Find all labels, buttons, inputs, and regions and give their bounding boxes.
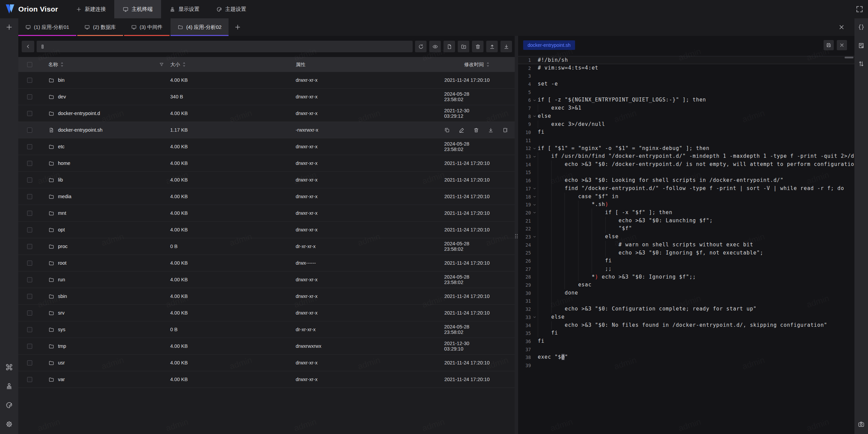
new-tab-button[interactable] bbox=[230, 18, 246, 36]
table-row[interactable]: docker-entrypoint.d4.00 KBdrwxr-xr-x2021… bbox=[18, 105, 515, 122]
filter-icon[interactable] bbox=[159, 62, 164, 67]
sort-icon[interactable] bbox=[60, 62, 64, 67]
row-checkbox[interactable] bbox=[27, 310, 32, 316]
row-delete-icon[interactable] bbox=[473, 127, 479, 133]
show-hidden-button[interactable] bbox=[429, 41, 441, 52]
fold-icon[interactable] bbox=[531, 235, 538, 239]
fold-icon[interactable] bbox=[531, 315, 538, 319]
table-row[interactable]: root4.00 KBdrwx------2021-11-24 17:20:10 bbox=[18, 255, 515, 271]
panel-swap-vertical-button[interactable] bbox=[855, 58, 867, 70]
row-checkbox[interactable] bbox=[27, 360, 32, 365]
row-checkbox[interactable] bbox=[27, 261, 32, 266]
tab-2[interactable]: (2) 数据库 bbox=[77, 18, 123, 36]
fold-icon[interactable] bbox=[531, 155, 538, 158]
table-row[interactable]: media4.00 KBdrwxr-xr-x2021-11-24 17:20:1… bbox=[18, 188, 515, 205]
file-manager-panel: 名称大小属性修改时间 bin4.00 KBdrwxr-xr-x2021-11-2… bbox=[18, 36, 515, 434]
editor-scrollbar-thumb[interactable] bbox=[845, 57, 853, 58]
fold-icon[interactable] bbox=[531, 147, 538, 150]
fold-icon[interactable] bbox=[531, 187, 538, 190]
close-view-icon[interactable] bbox=[838, 24, 845, 31]
row-checkbox[interactable] bbox=[27, 211, 32, 216]
tab-1[interactable]: (1) 应用-分析01 bbox=[18, 18, 76, 36]
fold-icon[interactable] bbox=[531, 114, 538, 118]
code-editor[interactable]: 1#!/bin/sh2# vim:sw=4:ts=4:et3 4set -e5 … bbox=[518, 54, 854, 434]
table-row[interactable]: sys0 Bdr-xr-xr-x2024-05-28 23:58:02 bbox=[18, 321, 515, 338]
table-row[interactable]: docker-entrypoint.sh1.17 KB-rwxrwxr-x bbox=[18, 122, 515, 138]
table-row[interactable]: proc0 Bdr-xr-xr-x2024-05-28 23:58:02 bbox=[18, 238, 515, 255]
table-row[interactable]: home4.00 KBdrwxr-xr-x2021-11-24 17:20:10 bbox=[18, 155, 515, 172]
row-checkbox[interactable] bbox=[27, 244, 32, 249]
panel-doc-bookmark-button[interactable] bbox=[855, 40, 867, 51]
panel-screenshot-button[interactable] bbox=[855, 418, 867, 430]
row-checkbox[interactable] bbox=[27, 128, 32, 133]
sidebar-settings-button[interactable] bbox=[3, 418, 15, 430]
sidebar-new-connection-button[interactable] bbox=[3, 21, 15, 33]
sidebar-theme-settings-button[interactable] bbox=[3, 399, 15, 411]
table-row[interactable]: opt4.00 KBdrwxr-xr-x2021-11-24 17:20:10 bbox=[18, 222, 515, 238]
table-row[interactable]: dev340 Bdrwxr-xr-x2024-05-28 23:58:02 bbox=[18, 89, 515, 105]
file-tag[interactable]: docker-entrypoint.sh bbox=[523, 40, 575, 50]
sort-icon[interactable] bbox=[486, 62, 490, 67]
path-input[interactable] bbox=[48, 44, 409, 49]
row-checkbox[interactable] bbox=[27, 194, 32, 199]
row-checkbox[interactable] bbox=[27, 94, 32, 99]
refresh-button[interactable] bbox=[415, 41, 427, 52]
new-folder-button[interactable] bbox=[458, 41, 469, 52]
save-button[interactable] bbox=[824, 40, 834, 50]
row-move-icon[interactable] bbox=[502, 127, 508, 133]
row-checkbox[interactable] bbox=[27, 277, 32, 282]
file-perms-cell: drwxr-xr-x bbox=[295, 360, 444, 365]
sidebar-command-button[interactable] bbox=[3, 361, 15, 373]
table-row[interactable]: run4.00 KBdrwxr-xr-x2024-05-28 23:58:02 bbox=[18, 271, 515, 288]
code-line-11: 11 bbox=[518, 136, 854, 145]
row-download-icon[interactable] bbox=[488, 127, 494, 133]
sort-icon[interactable] bbox=[182, 62, 186, 67]
close-editor-button[interactable] bbox=[837, 40, 847, 50]
download-button[interactable] bbox=[500, 41, 512, 52]
table-row[interactable]: tmp4.00 KBdrwxrwxrwx2021-12-30 03:29:10 bbox=[18, 338, 515, 355]
app-logo[interactable]: Orion Visor bbox=[0, 0, 67, 18]
select-all-checkbox[interactable] bbox=[27, 62, 32, 67]
table-row[interactable]: usr4.00 KBdrwxr-xr-x2021-11-24 17:20:10 bbox=[18, 355, 515, 371]
menu-item-3[interactable]: 显示设置 bbox=[161, 0, 208, 18]
table-row[interactable]: var4.00 KBdrwxr-xr-x2021-11-24 17:20:10 bbox=[18, 371, 515, 388]
row-checkbox[interactable] bbox=[27, 227, 32, 232]
delete-button[interactable] bbox=[472, 41, 484, 52]
tab-3[interactable]: (3) 中间件 bbox=[124, 18, 170, 36]
fold-icon[interactable] bbox=[531, 98, 538, 102]
table-row[interactable]: bin4.00 KBdrwxr-xr-x2021-11-24 17:20:10 bbox=[18, 72, 515, 89]
row-edit-icon[interactable] bbox=[459, 127, 465, 133]
menu-item-2[interactable]: 主机终端 bbox=[114, 0, 161, 18]
row-checkbox[interactable] bbox=[27, 344, 32, 349]
upload-button[interactable] bbox=[486, 41, 498, 52]
row-checkbox[interactable] bbox=[27, 144, 32, 149]
fold-icon[interactable] bbox=[531, 203, 538, 207]
code-text bbox=[538, 297, 854, 305]
panel-braces-button[interactable] bbox=[855, 21, 867, 33]
panel-resize-handle[interactable] bbox=[515, 36, 518, 434]
table-row[interactable]: etc4.00 KBdrwxr-xr-x2024-05-28 23:58:02 bbox=[18, 138, 515, 155]
table-row[interactable]: srv4.00 KBdrwxr-xr-x2021-11-24 17:20:10 bbox=[18, 305, 515, 321]
row-copy-icon[interactable] bbox=[444, 127, 450, 133]
tab-4[interactable]: (4) 应用-分析02 bbox=[171, 18, 229, 36]
table-row[interactable]: sbin4.00 KBdrwxr-xr-x2021-11-24 17:20:10 bbox=[18, 288, 515, 305]
file-perms-cell: drwxr-xr-x bbox=[295, 210, 444, 216]
fullscreen-icon[interactable] bbox=[855, 5, 864, 13]
back-button[interactable] bbox=[22, 41, 34, 52]
row-checkbox[interactable] bbox=[27, 327, 32, 332]
plus-icon bbox=[76, 6, 82, 12]
table-row[interactable]: lib4.00 KBdrwxr-xr-x2021-11-24 17:20:10 bbox=[18, 172, 515, 188]
table-row[interactable]: mnt4.00 KBdrwxr-xr-x2021-11-24 17:20:10 bbox=[18, 205, 515, 222]
row-checkbox[interactable] bbox=[27, 78, 32, 83]
row-checkbox[interactable] bbox=[27, 177, 32, 183]
row-checkbox[interactable] bbox=[27, 294, 32, 299]
fold-icon[interactable] bbox=[531, 211, 538, 214]
sidebar-display-settings-button[interactable] bbox=[3, 380, 15, 392]
row-checkbox[interactable] bbox=[27, 161, 32, 166]
new-file-button[interactable] bbox=[443, 41, 455, 52]
row-checkbox[interactable] bbox=[27, 377, 32, 382]
menu-item-1[interactable]: 新建连接 bbox=[67, 0, 114, 18]
menu-item-4[interactable]: 主题设置 bbox=[208, 0, 255, 18]
fold-icon[interactable] bbox=[531, 195, 538, 199]
row-checkbox[interactable] bbox=[27, 111, 32, 116]
